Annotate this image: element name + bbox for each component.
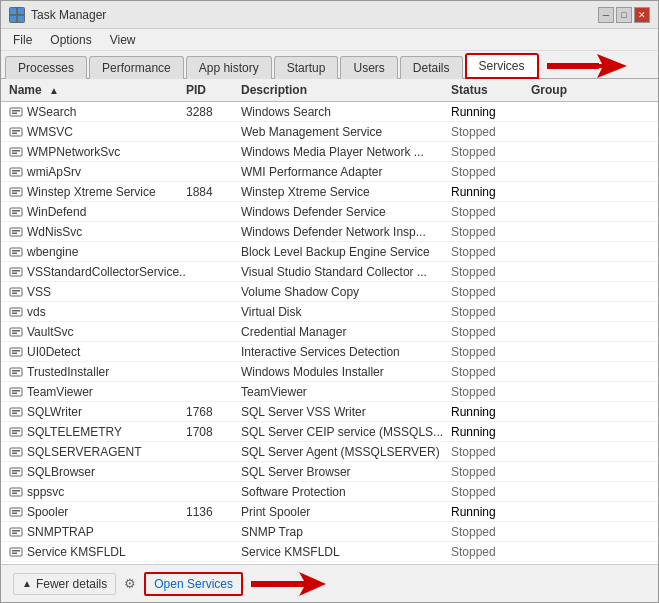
svg-rect-2 <box>10 16 16 22</box>
table-row[interactable]: SNMPTRAP SNMP Trap Stopped <box>1 522 658 542</box>
cell-desc: SNMP Trap <box>241 525 451 539</box>
svg-rect-74 <box>12 552 17 554</box>
svg-rect-36 <box>10 308 22 316</box>
cell-name: WdNisSvc <box>1 225 186 239</box>
table-row[interactable]: VaultSvc Credential Manager Stopped <box>1 322 658 342</box>
service-name: WinDefend <box>27 205 86 219</box>
table-row[interactable]: vds Virtual Disk Stopped <box>1 302 658 322</box>
table-row[interactable]: WdNisSvc Windows Defender Network Insp..… <box>1 222 658 242</box>
col-header-pid[interactable]: PID <box>186 83 241 97</box>
tab-services[interactable]: Services <box>465 53 539 79</box>
svg-rect-42 <box>10 348 22 356</box>
cell-desc: Windows Defender Network Insp... <box>241 225 451 239</box>
svg-rect-47 <box>12 372 17 374</box>
svg-rect-73 <box>12 550 20 552</box>
table-row[interactable]: TrustedInstaller Windows Modules Install… <box>1 362 658 382</box>
cell-status: Stopped <box>451 525 531 539</box>
svg-rect-46 <box>12 370 20 372</box>
service-icon <box>9 185 23 199</box>
svg-rect-75 <box>251 581 299 587</box>
col-header-group[interactable]: Group <box>531 83 591 97</box>
table-row[interactable]: SQLBrowser SQL Server Browser Stopped <box>1 462 658 482</box>
cell-pid: 3288 <box>186 105 241 119</box>
table-row[interactable]: VSStandardCollectorService... Visual Stu… <box>1 262 658 282</box>
cell-desc: Virtual Disk <box>241 305 451 319</box>
svg-rect-17 <box>12 172 17 174</box>
svg-rect-13 <box>12 150 20 152</box>
cell-desc: Windows Defender Service <box>241 205 451 219</box>
service-icon <box>9 345 23 359</box>
svg-rect-67 <box>12 510 20 512</box>
svg-rect-45 <box>10 368 22 376</box>
table-row[interactable]: Spooler 1136 Print Spooler Running <box>1 502 658 522</box>
minimize-button[interactable]: ─ <box>598 7 614 23</box>
svg-rect-40 <box>12 330 20 332</box>
task-manager-window: Task Manager ─ □ ✕ File Options View Pro… <box>0 0 659 603</box>
service-name: WMSVC <box>27 125 73 139</box>
col-header-desc[interactable]: Description <box>241 83 451 97</box>
svg-rect-62 <box>12 472 17 474</box>
cell-name: wbengine <box>1 245 186 259</box>
menu-view[interactable]: View <box>102 31 144 49</box>
service-name: VSS <box>27 285 51 299</box>
table-row[interactable]: VSS Volume Shadow Copy Stopped <box>1 282 658 302</box>
service-icon <box>9 245 23 259</box>
tab-performance[interactable]: Performance <box>89 56 184 79</box>
svg-rect-66 <box>10 508 22 516</box>
cell-desc: Interactive Services Detection <box>241 345 451 359</box>
col-header-status[interactable]: Status <box>451 83 531 97</box>
table-row[interactable]: WMSVC Web Management Service Stopped <box>1 122 658 142</box>
tab-startup[interactable]: Startup <box>274 56 339 79</box>
svg-rect-35 <box>12 292 17 294</box>
cell-name: VaultSvc <box>1 325 186 339</box>
table-row[interactable]: SQLTELEMETRY 1708 SQL Server CEIP servic… <box>1 422 658 442</box>
table-row[interactable]: TeamViewer TeamViewer Stopped <box>1 382 658 402</box>
menu-options[interactable]: Options <box>42 31 99 49</box>
tab-processes[interactable]: Processes <box>5 56 87 79</box>
table-row[interactable]: wbengine Block Level Backup Engine Servi… <box>1 242 658 262</box>
cell-name: Winstep Xtreme Service <box>1 185 186 199</box>
service-name: wbengine <box>27 245 78 259</box>
table-row[interactable]: WMPNetworkSvc Windows Media Player Netwo… <box>1 142 658 162</box>
sort-arrow-name: ▲ <box>49 85 59 96</box>
cell-desc: TeamViewer <box>241 385 451 399</box>
cell-name: VSStandardCollectorService... <box>1 265 186 279</box>
svg-rect-7 <box>12 110 20 112</box>
maximize-button[interactable]: □ <box>616 7 632 23</box>
service-name: SQLTELEMETRY <box>27 425 122 439</box>
service-name: Winstep Xtreme Service <box>27 185 156 199</box>
table-row[interactable]: wmiApSrv WMI Performance Adapter Stopped <box>1 162 658 182</box>
table-row[interactable]: WinDefend Windows Defender Service Stopp… <box>1 202 658 222</box>
service-name: WSearch <box>27 105 76 119</box>
table-row[interactable]: WSearch 3288 Windows Search Running <box>1 102 658 122</box>
col-header-name[interactable]: Name ▲ <box>1 83 186 97</box>
open-services-label: Open Services <box>154 577 233 591</box>
menu-file[interactable]: File <box>5 31 40 49</box>
table-row[interactable]: Winstep Xtreme Service 1884 Winstep Xtre… <box>1 182 658 202</box>
cell-name: WinDefend <box>1 205 186 219</box>
table-row[interactable]: SQLWriter 1768 SQL Server VSS Writer Run… <box>1 402 658 422</box>
table-row[interactable]: Service KMSFLDL Service KMSFLDL Stopped <box>1 542 658 562</box>
service-name: VSStandardCollectorService... <box>27 265 186 279</box>
tab-users[interactable]: Users <box>340 56 397 79</box>
table-row[interactable]: sppsvc Software Protection Stopped <box>1 482 658 502</box>
service-icon <box>9 545 23 559</box>
tab-app-history[interactable]: App history <box>186 56 272 79</box>
table-row[interactable]: SQLSERVERAGENT SQL Server Agent (MSSQLSE… <box>1 442 658 462</box>
cell-name: WMPNetworkSvc <box>1 145 186 159</box>
service-name: UI0Detect <box>27 345 80 359</box>
svg-rect-32 <box>12 272 17 274</box>
svg-rect-71 <box>12 532 17 534</box>
cell-desc: Visual Studio Standard Collector ... <box>241 265 451 279</box>
cell-name: TeamViewer <box>1 385 186 399</box>
service-icon <box>9 365 23 379</box>
service-name: WMPNetworkSvc <box>27 145 120 159</box>
table-scroll[interactable]: WSearch 3288 Windows Search Running WMSV… <box>1 102 658 564</box>
tab-details[interactable]: Details <box>400 56 463 79</box>
svg-rect-48 <box>10 388 22 396</box>
cell-pid: 1136 <box>186 505 241 519</box>
close-button[interactable]: ✕ <box>634 7 650 23</box>
open-services-button[interactable]: Open Services <box>144 572 243 596</box>
table-row[interactable]: UI0Detect Interactive Services Detection… <box>1 342 658 362</box>
fewer-details-button[interactable]: ▲ Fewer details <box>13 573 116 595</box>
